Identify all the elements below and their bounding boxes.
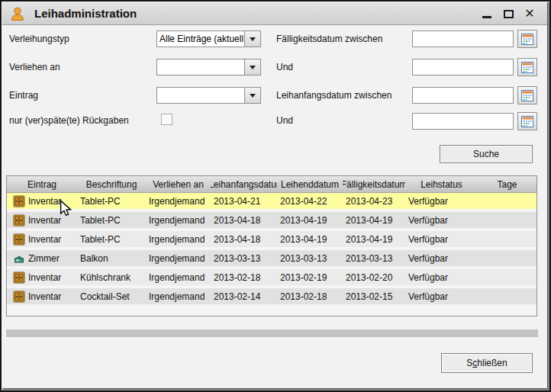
cell-tage [478, 250, 536, 266]
cell-leihstatus: Verfügbar [405, 231, 478, 247]
leihanfangsdatum-zwischen-label: Leihanfangsdatum zwischen [276, 90, 392, 101]
calendar-picker-button[interactable] [517, 30, 537, 48]
room-icon [13, 252, 25, 265]
person-icon [10, 6, 25, 21]
close-button[interactable]: Schließen [441, 353, 533, 373]
table-row[interactable]: Inventar Kühlschrank Irgendjemand 2013-0… [7, 269, 536, 288]
title-bar[interactable]: Leihadministration ✕ [2, 2, 549, 25]
cell-eintrag: Inventar [28, 196, 61, 207]
late-returns-label: nur (ver)späte(te) Rückgaben [9, 115, 129, 126]
calendar-picker-button[interactable] [517, 112, 537, 130]
cell-beschriftung: Tablet-PC [77, 212, 146, 228]
cell-verliehen-an: Irgendjemand [146, 250, 211, 266]
cell-leihstatus: Verfügbar [405, 212, 478, 228]
cell-beschriftung: Tablet-PC [77, 193, 146, 209]
table-row[interactable]: Inventar Tablet-PC Irgendjemand 2013-04-… [7, 231, 536, 250]
verleihungstyp-value: Alle Einträge (aktuell... [157, 34, 244, 44]
cell-leihstatus: Verfügbar [405, 288, 478, 304]
search-button[interactable]: Suche [440, 145, 533, 163]
close-button-label: Schließen [466, 358, 507, 368]
column-header-leihstatus[interactable]: Leihstatus [405, 176, 478, 192]
cell-eintrag: Inventar [28, 234, 61, 245]
inventory-icon [13, 233, 25, 246]
verliehen-an-label: Verliehen an [9, 62, 60, 72]
table-header-row: Eintrag Beschriftung Verliehen an Leihan… [7, 176, 536, 193]
inventory-icon [13, 214, 25, 227]
cell-verliehen-an: Irgendjemand [146, 269, 211, 285]
cell-leihanfang: 2013-04-18 [211, 231, 277, 247]
eintrag-label: Eintrag [9, 90, 38, 101]
faelligkeitsdatum-zwischen-label: Fälligkeitsdatum zwischen [276, 34, 382, 44]
cell-eintrag: Inventar [28, 272, 61, 283]
cell-leihstatus: Verfügbar [405, 269, 478, 285]
verleihungstyp-combobox[interactable]: Alle Einträge (aktuell... [156, 31, 261, 47]
cell-verliehen-an: Irgendjemand [146, 193, 211, 209]
cell-leihanfang: 2013-04-18 [211, 212, 277, 228]
cell-leihende: 2013-02-19 [277, 269, 343, 285]
calendar-picker-button[interactable] [517, 86, 537, 104]
maximize-button[interactable] [502, 8, 514, 20]
column-header-beschriftung[interactable]: Beschriftung [77, 176, 146, 192]
cell-leihanfang: 2013-03-13 [211, 250, 277, 266]
minimize-button[interactable] [481, 8, 493, 20]
chevron-down-icon[interactable] [244, 88, 260, 103]
chevron-down-icon[interactable] [244, 59, 260, 75]
chevron-down-icon[interactable] [244, 31, 260, 47]
cell-leihende: 2013-04-22 [277, 193, 343, 209]
table-row[interactable]: Inventar Cocktail-Set Irgendjemand 2013-… [7, 288, 536, 307]
faelligkeitsdatum-bis-input[interactable] [412, 59, 514, 76]
cell-verliehen-an: Irgendjemand [146, 288, 211, 304]
cell-eintrag: Inventar [28, 215, 61, 226]
cell-leihstatus: Verfügbar [405, 193, 478, 209]
loans-table: Eintrag Beschriftung Verliehen an Leihan… [6, 175, 537, 316]
cell-verliehen-an: Irgendjemand [146, 212, 211, 228]
cell-beschriftung: Balkon [77, 250, 146, 266]
cell-eintrag: Zimmer [28, 253, 60, 264]
cell-beschriftung: Kühlschrank [77, 269, 146, 285]
column-header-tage[interactable]: Tage [478, 176, 536, 192]
window-title: Leihadministration [34, 7, 137, 20]
cell-verliehen-an: Irgendjemand [146, 231, 211, 247]
cell-leihstatus: Verfügbar [405, 250, 478, 266]
inventory-icon [13, 195, 25, 207]
cell-eintrag: Inventar [28, 291, 61, 302]
verliehen-an-combobox[interactable] [156, 59, 261, 76]
calendar-picker-button[interactable] [517, 58, 537, 76]
table-row[interactable]: Inventar Tablet-PC Irgendjemand 2013-04-… [7, 193, 536, 212]
cell-beschriftung: Cocktail-Set [77, 288, 146, 304]
late-returns-checkbox[interactable] [161, 114, 172, 125]
cell-leihende: 2013-02-18 [277, 288, 343, 304]
cell-leihanfang: 2013-04-21 [211, 193, 277, 209]
leihanfangsdatum-bis-input[interactable] [412, 113, 514, 130]
horizontal-scrollbar[interactable] [6, 329, 538, 337]
calendar-icon [521, 34, 533, 45]
cell-beschriftung: Tablet-PC [77, 231, 146, 247]
close-icon[interactable]: ✕ [524, 8, 536, 20]
cell-faelligkeit: 2013-02-20 [343, 269, 405, 285]
cell-faelligkeit: 2013-02-15 [343, 288, 405, 304]
faelligkeitsdatum-von-input[interactable] [412, 31, 514, 47]
cell-tage [478, 193, 536, 209]
cell-leihende: 2013-03-13 [277, 250, 343, 266]
cell-faelligkeit: 2013-04-23 [343, 193, 405, 209]
inventory-icon [13, 272, 25, 284]
cell-faelligkeit: 2013-04-19 [343, 212, 405, 228]
verleihungstyp-label: Verleihungstyp [9, 34, 69, 44]
search-button-label: Suche [473, 149, 499, 159]
eintrag-combobox[interactable] [156, 87, 261, 104]
calendar-icon [521, 90, 533, 101]
table-row[interactable]: Inventar Tablet-PC Irgendjemand 2013-04-… [7, 212, 536, 231]
column-header-eintrag[interactable]: Eintrag [7, 176, 77, 192]
calendar-icon [521, 62, 533, 73]
column-header-verliehen-an[interactable]: Verliehen an [146, 176, 211, 192]
column-header-leihanfangsdatum[interactable]: Leihanfangsdatur [211, 176, 277, 192]
column-header-faelligkeitsdatum[interactable]: Fälligkeitsdatum [343, 176, 405, 192]
cell-leihende: 2013-04-19 [277, 212, 343, 228]
calendar-icon [521, 116, 533, 127]
leihanfangsdatum-und-label: Und [276, 115, 293, 126]
cell-tage [478, 231, 536, 247]
leihadministration-window: Leihadministration ✕ Verleihungstyp Alle… [0, 0, 551, 392]
column-header-leihenddatum[interactable]: Leihenddatum [277, 176, 343, 192]
leihanfangsdatum-von-input[interactable] [412, 87, 514, 104]
table-row[interactable]: Zimmer Balkon Irgendjemand 2013-03-13 20… [7, 250, 536, 269]
